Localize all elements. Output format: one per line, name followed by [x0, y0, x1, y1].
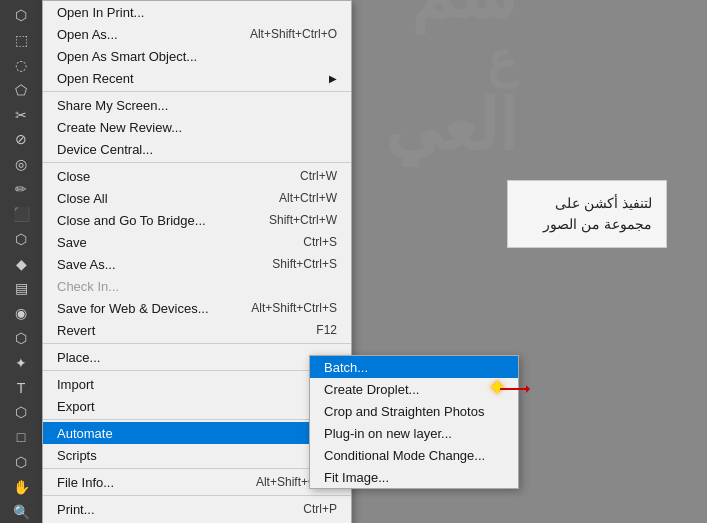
- submenu-item-label-batch: Batch...: [324, 360, 504, 375]
- tool-dodge[interactable]: ⬡: [8, 327, 34, 350]
- menu-item-open-in-print[interactable]: Open In Print...: [43, 1, 351, 23]
- menu-item-label-open-in-print: Open In Print...: [57, 5, 337, 20]
- menu-item-close-all[interactable]: Close AllAlt+Ctrl+W: [43, 187, 351, 209]
- menu-item-create-new-review[interactable]: Create New Review...: [43, 116, 351, 138]
- menu-item-export[interactable]: Export▶: [43, 395, 351, 417]
- menu-item-share-my-screen[interactable]: Share My Screen...: [43, 94, 351, 116]
- tool-move[interactable]: ⬡: [8, 4, 34, 27]
- menu-item-label-import: Import: [57, 377, 325, 392]
- menu-item-shortcut-revert: F12: [316, 323, 337, 337]
- submenu-item-label-crop-and-straighten: Crop and Straighten Photos: [324, 404, 504, 419]
- submenu-arrow-open-recent: ▶: [329, 73, 337, 84]
- menu-item-save-as[interactable]: Save As...Shift+Ctrl+S: [43, 253, 351, 275]
- tool-history[interactable]: ⬡: [8, 227, 34, 250]
- tool-crop[interactable]: ✂: [8, 103, 34, 126]
- menu-item-shortcut-save: Ctrl+S: [303, 235, 337, 249]
- tool-path-select[interactable]: ⬡: [8, 401, 34, 424]
- submenu-item-create-droplet[interactable]: Create Droplet...: [310, 378, 518, 400]
- tooltip-box: لتنفيذ أكشن على مجموعة من الصور: [507, 180, 667, 248]
- submenu-item-conditional-mode-change[interactable]: Conditional Mode Change...: [310, 444, 518, 466]
- submenu-item-plugin-on-new-layer[interactable]: Plug-in on new layer...: [310, 422, 518, 444]
- tool-blur[interactable]: ◉: [8, 302, 34, 325]
- menu-item-scripts[interactable]: Scripts▶: [43, 444, 351, 466]
- submenu-item-label-plugin-on-new-layer: Plug-in on new layer...: [324, 426, 504, 441]
- menu-separator: [43, 162, 351, 163]
- menu-item-revert[interactable]: RevertF12: [43, 319, 351, 341]
- menu-item-label-close-and-go-to-bridge: Close and Go To Bridge...: [57, 213, 249, 228]
- menu-item-label-save: Save: [57, 235, 283, 250]
- tool-3d[interactable]: ⬡: [8, 451, 34, 474]
- menu-item-label-check-in: Check In...: [57, 279, 337, 294]
- menu-item-device-central[interactable]: Device Central...: [43, 138, 351, 160]
- submenu-item-label-fit-image: Fit Image...: [324, 470, 504, 485]
- submenu-item-label-conditional-mode-change: Conditional Mode Change...: [324, 448, 504, 463]
- tool-healing[interactable]: ◎: [8, 153, 34, 176]
- menu-item-shortcut-save-as: Shift+Ctrl+S: [272, 257, 337, 271]
- tool-brush[interactable]: ✏: [8, 178, 34, 201]
- menu-item-shortcut-close: Ctrl+W: [300, 169, 337, 183]
- menu-item-label-open-recent: Open Recent: [57, 71, 325, 86]
- menu-item-label-file-info: File Info...: [57, 475, 236, 490]
- menu-item-file-info[interactable]: File Info...Alt+Shift+Ctrl+I: [43, 471, 351, 493]
- tooltip-line1: لتنفيذ أكشن على: [522, 193, 652, 214]
- submenu-item-label-create-droplet: Create Droplet...: [324, 382, 504, 397]
- menu-item-label-print: Print...: [57, 502, 283, 517]
- menu-separator: [43, 419, 351, 420]
- menu-item-automate[interactable]: Automate▶: [43, 422, 351, 444]
- menu-item-label-create-new-review: Create New Review...: [57, 120, 337, 135]
- menu-item-shortcut-print: Ctrl+P: [303, 502, 337, 516]
- tool-gradient[interactable]: ▤: [8, 277, 34, 300]
- tool-eyedropper[interactable]: ⊘: [8, 128, 34, 151]
- tool-lasso[interactable]: ◌: [8, 54, 34, 77]
- menu-item-shortcut-save-for-web: Alt+Shift+Ctrl+S: [251, 301, 337, 315]
- tooltip-line2: مجموعة من الصور: [522, 214, 652, 235]
- menu-item-place[interactable]: Place...: [43, 346, 351, 368]
- menu-item-label-device-central: Device Central...: [57, 142, 337, 157]
- menu-item-label-place: Place...: [57, 350, 337, 365]
- menu-item-label-close-all: Close All: [57, 191, 259, 206]
- menu-item-save-for-web[interactable]: Save for Web & Devices...Alt+Shift+Ctrl+…: [43, 297, 351, 319]
- tool-zoom[interactable]: 🔍: [8, 500, 34, 523]
- toolbar-left: ⬡ ⬚ ◌ ⬠ ✂ ⊘ ◎ ✏ ⬛ ⬡ ◆ ▤ ◉ ⬡ ✦ T ⬡ □ ⬡ ✋ …: [0, 0, 42, 523]
- submenu-item-batch[interactable]: Batch...: [310, 356, 518, 378]
- menu-item-label-automate: Automate: [57, 426, 325, 441]
- menu-item-open-as[interactable]: Open As...Alt+Shift+Ctrl+O: [43, 23, 351, 45]
- submenu-item-crop-and-straighten[interactable]: Crop and Straighten Photos: [310, 400, 518, 422]
- menu-item-open-recent[interactable]: Open Recent▶: [43, 67, 351, 89]
- menu-item-shortcut-open-as: Alt+Shift+Ctrl+O: [250, 27, 337, 41]
- menu-item-close[interactable]: CloseCtrl+W: [43, 165, 351, 187]
- menu-separator: [43, 91, 351, 92]
- menu-item-label-save-for-web: Save for Web & Devices...: [57, 301, 231, 316]
- menu-item-label-open-as: Open As...: [57, 27, 230, 42]
- menu-item-check-in: Check In...: [43, 275, 351, 297]
- menu-item-save[interactable]: SaveCtrl+S: [43, 231, 351, 253]
- tool-type[interactable]: T: [8, 376, 34, 399]
- menu-item-shortcut-close-all: Alt+Ctrl+W: [279, 191, 337, 205]
- tool-hand[interactable]: ✋: [8, 475, 34, 498]
- tool-quick-select[interactable]: ⬠: [8, 78, 34, 101]
- menu-separator: [43, 370, 351, 371]
- tool-pen[interactable]: ✦: [8, 351, 34, 374]
- menu-separator: [43, 343, 351, 344]
- submenu-item-fit-image[interactable]: Fit Image...: [310, 466, 518, 488]
- menu-item-label-export: Export: [57, 399, 325, 414]
- menu-item-label-close: Close: [57, 169, 280, 184]
- menu-item-label-share-my-screen: Share My Screen...: [57, 98, 337, 113]
- menu-item-import[interactable]: Import▶: [43, 373, 351, 395]
- tool-clone[interactable]: ⬛: [8, 203, 34, 226]
- file-menu-dropdown: Open In Print...Open As...Alt+Shift+Ctrl…: [42, 0, 352, 523]
- menu-item-close-and-go-to-bridge[interactable]: Close and Go To Bridge...Shift+Ctrl+W: [43, 209, 351, 231]
- menu-item-label-open-as-smart-object: Open As Smart Object...: [57, 49, 337, 64]
- tool-shape[interactable]: □: [8, 426, 34, 449]
- menu-item-open-as-smart-object[interactable]: Open As Smart Object...: [43, 45, 351, 67]
- menu-item-print[interactable]: Print...Ctrl+P: [43, 498, 351, 520]
- tool-marquee[interactable]: ⬚: [8, 29, 34, 52]
- menu-item-label-scripts: Scripts: [57, 448, 325, 463]
- automate-submenu: Batch...Create Droplet...Crop and Straig…: [309, 355, 519, 489]
- tool-eraser[interactable]: ◆: [8, 252, 34, 275]
- menu-item-label-save-as: Save As...: [57, 257, 252, 272]
- menu-item-label-revert: Revert: [57, 323, 296, 338]
- menu-separator: [43, 468, 351, 469]
- menu-separator: [43, 495, 351, 496]
- menu-item-shortcut-close-and-go-to-bridge: Shift+Ctrl+W: [269, 213, 337, 227]
